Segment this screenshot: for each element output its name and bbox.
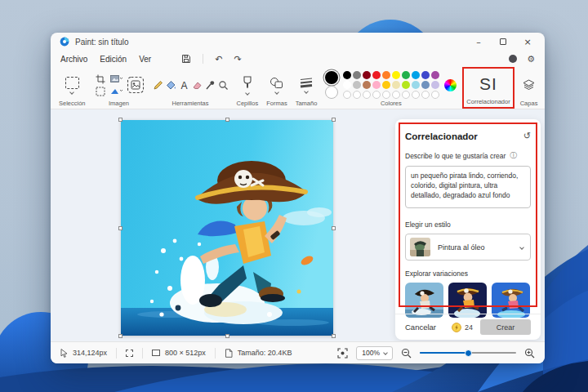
color-swatch[interactable]: [363, 71, 371, 79]
history-icon[interactable]: ↺: [523, 131, 531, 141]
color-swatch[interactable]: [412, 91, 420, 99]
credits-count: 24: [465, 323, 473, 332]
section-herramientas: A Herramientas: [149, 67, 233, 109]
file-size-icon: [225, 349, 233, 358]
color-grid: [343, 71, 439, 99]
selection-handle[interactable]: [225, 334, 229, 338]
chevron-down-icon[interactable]: [274, 90, 279, 95]
select-all-icon[interactable]: [96, 87, 105, 96]
divider: [142, 348, 143, 359]
fill-bucket-icon[interactable]: [166, 80, 176, 91]
color-swatch[interactable]: [412, 81, 420, 89]
cancel-button[interactable]: Cancelar: [405, 323, 436, 332]
zoom-slider-handle[interactable]: [465, 350, 472, 357]
color-swatch[interactable]: [392, 91, 400, 99]
selection-handle[interactable]: [332, 226, 336, 230]
selection-handle[interactable]: [118, 118, 122, 122]
menu-ver[interactable]: Ver: [139, 55, 151, 64]
primary-color-swatch[interactable]: [325, 71, 338, 84]
color-swatch[interactable]: [372, 91, 381, 99]
minimize-button[interactable]: –: [466, 33, 491, 51]
selection-handle[interactable]: [118, 334, 122, 338]
color-swatch[interactable]: [382, 81, 390, 89]
style-value: Pintura al óleo: [438, 243, 513, 252]
pencil-icon[interactable]: [153, 80, 163, 91]
describe-label: Describe lo que te gustaría crear: [405, 152, 506, 160]
color-swatch[interactable]: [382, 91, 390, 99]
color-swatch[interactable]: [431, 91, 439, 99]
menu-edicion[interactable]: Edición: [100, 55, 127, 64]
color-swatch[interactable]: [372, 71, 381, 79]
zoom-level-select[interactable]: 100%: [356, 346, 393, 360]
selection-handle[interactable]: [225, 118, 229, 122]
color-swatch[interactable]: [421, 91, 430, 99]
color-swatch[interactable]: [382, 71, 390, 79]
close-button[interactable]: ×: [515, 33, 540, 51]
variation-thumbnail-2[interactable]: [448, 283, 487, 318]
redo-icon[interactable]: ↷: [234, 55, 241, 64]
create-button[interactable]: Crear: [480, 319, 531, 335]
crop-icon[interactable]: [96, 74, 105, 84]
variations-label: Explorar variaciones: [405, 270, 468, 278]
color-swatch[interactable]: [392, 71, 400, 79]
selection-handle[interactable]: [118, 226, 122, 230]
color-swatch[interactable]: [343, 81, 351, 89]
selection-tool-icon[interactable]: [65, 77, 79, 89]
color-swatch[interactable]: [372, 81, 381, 89]
color-swatch[interactable]: [402, 71, 410, 79]
save-icon[interactable]: [181, 54, 191, 64]
color-swatch[interactable]: [343, 91, 351, 99]
resize-image-icon[interactable]: [110, 74, 122, 83]
chevron-down-icon[interactable]: [69, 90, 74, 95]
selection-handle[interactable]: [332, 118, 336, 122]
canvas-image[interactable]: [121, 120, 333, 336]
selection-handle[interactable]: [332, 334, 336, 338]
color-swatch[interactable]: [353, 91, 361, 99]
ai-image-tool-icon[interactable]: [127, 76, 145, 94]
prompt-input[interactable]: un pequeño pirata lindo, corriendo, colo…: [405, 166, 531, 208]
zoom-out-icon[interactable]: [401, 348, 412, 359]
shapes-icon[interactable]: [270, 77, 283, 89]
layers-icon[interactable]: [522, 78, 536, 92]
chevron-down-icon[interactable]: [245, 91, 250, 96]
menu-archivo[interactable]: Archivo: [60, 55, 87, 64]
color-swatch[interactable]: [353, 81, 361, 89]
text-tool-icon[interactable]: A: [179, 80, 189, 91]
settings-gear-icon[interactable]: ⚙: [527, 54, 535, 65]
zoom-in-icon[interactable]: [524, 348, 535, 359]
style-dropdown[interactable]: Pintura al óleo: [405, 234, 531, 261]
color-swatch[interactable]: [421, 71, 430, 79]
section-caption: Capas: [520, 100, 538, 107]
brush-icon[interactable]: [242, 76, 253, 90]
edit-colors-wheel-icon[interactable]: [444, 79, 457, 91]
rotate-flip-icon[interactable]: [110, 87, 122, 96]
color-swatch[interactable]: [363, 91, 371, 99]
color-swatch[interactable]: [412, 71, 420, 79]
chevron-down-icon[interactable]: [304, 89, 309, 94]
variation-thumbnail-1[interactable]: [405, 283, 443, 318]
eraser-icon[interactable]: [192, 80, 203, 91]
color-swatch[interactable]: [402, 81, 410, 89]
maximize-button[interactable]: [491, 33, 515, 51]
cocreator-button[interactable]: SI: [479, 70, 497, 98]
color-swatch[interactable]: [343, 71, 351, 79]
color-picker-icon[interactable]: [205, 80, 216, 91]
titlebar[interactable]: Paint: sin título – ×: [51, 33, 545, 51]
variation-thumbnail-3[interactable]: [492, 283, 530, 318]
section-caption: Imagen: [109, 100, 129, 107]
secondary-color-swatch[interactable]: [325, 86, 338, 99]
magnifier-tool-icon[interactable]: [218, 80, 229, 91]
zoom-slider[interactable]: [420, 349, 516, 357]
color-swatch[interactable]: [392, 81, 400, 89]
line-size-icon[interactable]: [299, 77, 314, 88]
color-swatch[interactable]: [421, 81, 430, 89]
color-swatch[interactable]: [431, 71, 439, 79]
fit-to-screen-icon[interactable]: [337, 348, 348, 359]
info-icon[interactable]: ⓘ: [510, 150, 517, 161]
undo-icon[interactable]: ↶: [215, 55, 222, 64]
color-swatch[interactable]: [363, 81, 371, 89]
color-swatch[interactable]: [431, 81, 439, 89]
color-swatch[interactable]: [353, 71, 361, 79]
color-swatch[interactable]: [402, 91, 410, 99]
account-avatar[interactable]: [509, 55, 517, 63]
